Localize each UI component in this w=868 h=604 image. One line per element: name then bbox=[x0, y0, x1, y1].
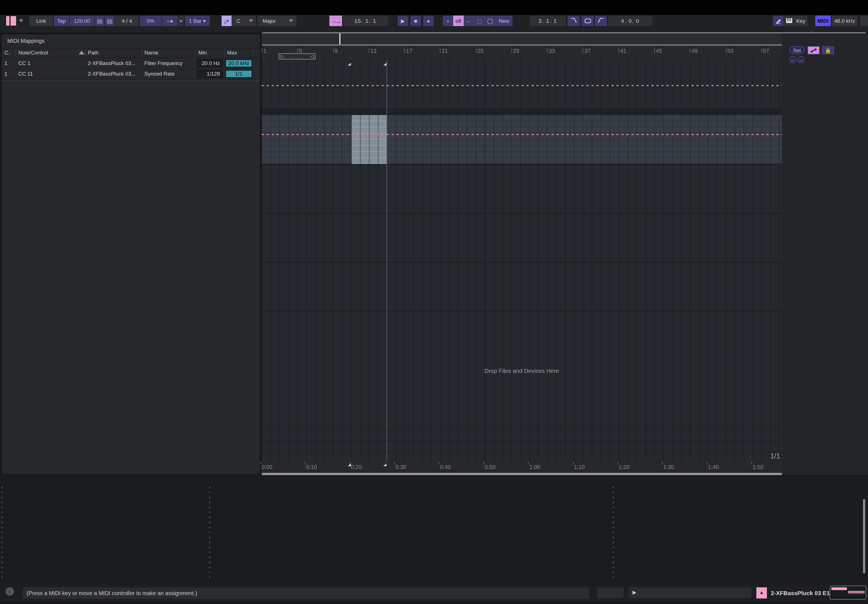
device-chain-thumbnail bbox=[830, 586, 866, 599]
transport-toolbar: Link Tap 120.00 |||| |||| 4 / 4 0% ○● 1 … bbox=[0, 15, 868, 33]
computer-midi-keyboard-button[interactable] bbox=[784, 16, 794, 26]
scale-select[interactable]: Major bbox=[258, 16, 296, 26]
track-header-panel: Set 🔒 ← → bbox=[782, 33, 868, 475]
row-name: Synced Rate bbox=[144, 71, 175, 77]
grid-size-label: 1/1 bbox=[739, 452, 780, 460]
preview-play-button[interactable]: ▶ bbox=[629, 587, 640, 598]
highlight-button[interactable]: ◯ bbox=[485, 16, 495, 26]
row-control: CC 1 bbox=[18, 60, 30, 66]
key-map-button[interactable]: Key bbox=[794, 16, 808, 26]
col-note[interactable]: Note/Control bbox=[18, 50, 48, 56]
overview-playhead bbox=[339, 33, 340, 45]
time-signature-field[interactable]: 4 / 4 bbox=[115, 16, 139, 26]
window-titlebar bbox=[0, 0, 868, 15]
status-message: (Press a MIDI key or move a MIDI control… bbox=[23, 587, 589, 599]
info-icon: i bbox=[6, 587, 14, 596]
row-channel: 1 bbox=[5, 71, 8, 77]
live-logo bbox=[6, 16, 9, 26]
back-to-arrangement-button[interactable]: ← bbox=[464, 16, 474, 26]
overdub-plus-button[interactable]: ＋ bbox=[443, 16, 453, 26]
metronome-button[interactable]: ○● bbox=[162, 16, 178, 26]
stop-button[interactable]: ■ bbox=[411, 16, 421, 26]
automation-line-track1[interactable] bbox=[262, 85, 782, 86]
beat-time-ruler[interactable]: 159131721252933374145495357 ▷◁ bbox=[262, 45, 782, 59]
undo-arrow-button[interactable]: ← bbox=[789, 56, 797, 63]
device-collapse-button[interactable]: ▲ bbox=[756, 587, 767, 598]
marker-triangle bbox=[383, 463, 386, 466]
row-control: CC 11 bbox=[18, 71, 33, 77]
record-button[interactable]: ● bbox=[423, 16, 434, 26]
sample-rate-display: 48.0 kHz bbox=[832, 16, 857, 26]
tap-tempo-button[interactable]: Tap bbox=[54, 16, 69, 26]
metronome-menu[interactable] bbox=[178, 16, 183, 26]
status-box-1 bbox=[597, 587, 624, 598]
play-button[interactable]: ▶ bbox=[398, 16, 408, 26]
col-min[interactable]: Min bbox=[198, 50, 207, 56]
playhead bbox=[386, 59, 387, 461]
device-view bbox=[0, 475, 868, 585]
punch-out-button[interactable] bbox=[595, 16, 607, 26]
horizontal-scrollbar[interactable] bbox=[262, 473, 864, 475]
punch-in-button[interactable] bbox=[567, 16, 580, 26]
draw-mode-button[interactable] bbox=[773, 16, 784, 26]
tempo-field[interactable]: 120.00 bbox=[70, 16, 95, 26]
midi-map-button[interactable]: MIDI bbox=[815, 16, 831, 26]
cpu-meter bbox=[860, 16, 868, 26]
arrangement-grid[interactable] bbox=[262, 59, 782, 461]
marker-triangle bbox=[348, 463, 351, 466]
marker-triangle bbox=[383, 63, 386, 65]
key-signature-icon[interactable]: ♭# bbox=[222, 16, 231, 26]
time-ruler[interactable]: 0:000:100:200:300:400:501:001:101:201:30… bbox=[262, 461, 782, 473]
live-logo-2 bbox=[11, 16, 16, 26]
status-box-2 bbox=[640, 587, 752, 598]
quantize-menu[interactable]: 1 Bar ▾ bbox=[185, 16, 210, 26]
drop-hint: Drop Files and Devices Here bbox=[262, 367, 782, 374]
device-vscrollbar[interactable] bbox=[863, 499, 865, 573]
mapping-row[interactable]: 1 CC 1 2-XFBassPluck 03... Filter Freque… bbox=[2, 58, 260, 69]
col-channel[interactable]: C.. bbox=[5, 50, 11, 56]
arrangement-position[interactable]: 15. 1. 1 bbox=[343, 16, 388, 26]
set-button[interactable]: Set bbox=[789, 46, 805, 54]
link-button[interactable]: Link bbox=[29, 16, 53, 26]
loop-length-field[interactable]: 4. 0. 0 bbox=[608, 16, 653, 26]
row-channel: 1 bbox=[5, 60, 8, 66]
col-name[interactable]: Name bbox=[144, 50, 158, 56]
pencil-automation-button[interactable] bbox=[808, 46, 820, 54]
marker-triangle bbox=[348, 63, 351, 65]
logo-menu-caret[interactable] bbox=[19, 19, 23, 22]
root-note-select[interactable]: C bbox=[232, 16, 256, 26]
row-min[interactable]: 20.0 Hz bbox=[197, 59, 223, 67]
loop-start-field[interactable]: 3. 1. 1 bbox=[530, 16, 566, 26]
row-max[interactable]: 20.0 kHz bbox=[225, 59, 252, 67]
loop-switch[interactable] bbox=[581, 16, 594, 26]
mappings-table-header: C.. Note/Control Path Name Min Max bbox=[2, 48, 260, 58]
nudge-up-button[interactable]: |||| bbox=[105, 16, 115, 26]
automation-line-track2[interactable] bbox=[262, 134, 782, 135]
capture-new-button[interactable]: New bbox=[495, 16, 513, 26]
midi-mappings-title: MIDI Mappings bbox=[7, 38, 45, 44]
col-max[interactable]: Max bbox=[227, 50, 237, 56]
status-bar: i (Press a MIDI key or move a MIDI contr… bbox=[0, 585, 868, 601]
selected-device-label: 2-XFBassPluck 03 E1 bbox=[771, 590, 830, 596]
mapping-row[interactable]: 1 CC 11 2-XFBassPluck 03... Synced Rate … bbox=[2, 69, 260, 79]
midi-arrangement-overdub-button[interactable]: o8 bbox=[453, 16, 464, 26]
row-name: Filter Frequency bbox=[144, 60, 183, 66]
redo-arrow-button[interactable]: → bbox=[797, 56, 804, 63]
midi-mappings-panel: MIDI Mappings C.. Note/Control Path Name… bbox=[2, 34, 260, 474]
ableton-live-window: Link Tap 120.00 |||| |||| 4 / 4 0% ○● 1 … bbox=[0, 0, 868, 604]
arrangement-overview[interactable] bbox=[262, 32, 866, 45]
lock-envelopes-button[interactable]: 🔒 bbox=[822, 46, 834, 54]
draw-mode-box-button[interactable]: ⬚ bbox=[474, 16, 485, 26]
row-path: 2-XFBassPluck 03... bbox=[88, 60, 135, 66]
row-max[interactable]: 1/1 bbox=[225, 70, 252, 78]
row-min[interactable]: 1/128 bbox=[197, 70, 223, 78]
loop-brace[interactable]: ▷◁ bbox=[279, 53, 315, 59]
quantize-field[interactable]: 0% bbox=[140, 16, 161, 26]
col-path[interactable]: Path bbox=[88, 50, 99, 56]
nudge-down-button[interactable]: |||| bbox=[95, 16, 104, 26]
row-path: 2-XFBassPluck 03... bbox=[88, 71, 135, 77]
sort-ascending-icon[interactable] bbox=[79, 51, 84, 54]
follow-button[interactable]: →‥ bbox=[329, 16, 342, 26]
